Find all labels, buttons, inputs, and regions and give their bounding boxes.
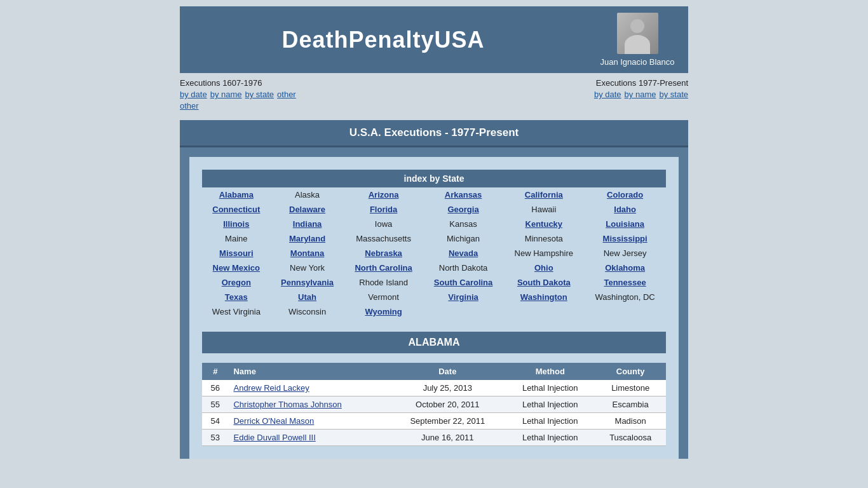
state-cell: Delaware (271, 202, 344, 217)
state-link-pennsylvania[interactable]: Pennsylvania (281, 278, 334, 287)
execution-name-link[interactable]: Derrick O'Neal Mason (233, 416, 314, 426)
state-cell: Washington, DC (584, 290, 666, 304)
state-link-virginia[interactable]: Virginia (448, 292, 478, 302)
cell-method: Lethal Injection (505, 380, 595, 396)
state-link-kentucky[interactable]: Kentucky (526, 219, 563, 229)
cell-date: July 25, 2013 (390, 380, 505, 396)
nav-left-bystate[interactable]: by state (245, 90, 275, 99)
state-cell: Maryland (271, 231, 344, 246)
state-link-florida[interactable]: Florida (370, 205, 397, 214)
state-link-connecticut[interactable]: Connecticut (212, 205, 260, 214)
state-link-ohio[interactable]: Ohio (534, 263, 553, 273)
cell-date: June 16, 2011 (390, 430, 505, 446)
nav-right-links: by date by name by state (594, 90, 688, 99)
cell-num: 56 (202, 380, 228, 396)
cell-method: Lethal Injection (505, 413, 595, 430)
user-block: Juan Ignacio Blanco (587, 6, 688, 73)
table-row: 56Andrew Reid LackeyJuly 25, 2013Lethal … (202, 380, 666, 396)
state-cell: Tennessee (584, 275, 666, 290)
state-cell: Nebraska (344, 246, 423, 261)
state-cell: New Mexico (202, 261, 271, 275)
execution-name-link[interactable]: Andrew Reid Lackey (233, 383, 309, 393)
col-method: Method (505, 363, 595, 380)
state-link-texas[interactable]: Texas (225, 292, 248, 302)
state-cell: Alaska (271, 187, 344, 202)
state-cell: New Hampshire (503, 246, 584, 261)
state-link-mississippi[interactable]: Mississippi (603, 234, 648, 243)
state-cell: Wisconsin (271, 304, 344, 319)
nav-right-byname[interactable]: by name (625, 90, 656, 99)
state-link-montana[interactable]: Montana (290, 248, 324, 258)
state-cell: Minnesota (503, 231, 584, 246)
state-cell: West Virginia (202, 304, 271, 319)
state-link-missouri[interactable]: Missouri (219, 248, 253, 258)
state-cell: Missouri (202, 246, 271, 261)
state-link-colorado[interactable]: Colorado (607, 190, 643, 200)
state-cell: Arizona (344, 187, 423, 202)
state-link-indiana[interactable]: Indiana (293, 219, 322, 229)
state-link-nevada[interactable]: Nevada (449, 248, 478, 258)
state-cell: Connecticut (202, 202, 271, 217)
state-link-south-dakota[interactable]: South Dakota (517, 278, 571, 287)
state-link-illinois[interactable]: Illinois (223, 219, 249, 229)
avatar (617, 13, 658, 54)
state-cell: Georgia (423, 202, 504, 217)
cell-name: Andrew Reid Lackey (228, 380, 390, 396)
state-cell: South Dakota (503, 275, 584, 290)
state-cell: Nevada (423, 246, 504, 261)
state-link-utah[interactable]: Utah (298, 292, 316, 302)
cell-date: September 22, 2011 (390, 413, 505, 430)
state-link-new-mexico[interactable]: New Mexico (213, 263, 260, 273)
cell-name: Eddie Duvall Powell III (228, 430, 390, 446)
state-cell: Kansas (423, 217, 504, 231)
user-name: Juan Ignacio Blanco (600, 57, 674, 67)
table-row: 53Eddie Duvall Powell IIIJune 16, 2011Le… (202, 430, 666, 446)
state-cell: Utah (271, 290, 344, 304)
state-link-idaho[interactable]: Idaho (614, 205, 636, 214)
state-link-arizona[interactable]: Arizona (369, 190, 399, 200)
site-title: DeathPenaltyUSA (281, 27, 484, 53)
state-cell: Michigan (423, 231, 504, 246)
state-link-wyoming[interactable]: Wyoming (365, 307, 402, 316)
state-link-alabama[interactable]: Alabama (219, 190, 254, 200)
nav-left-other2[interactable]: other (180, 101, 199, 111)
state-link-oklahoma[interactable]: Oklahoma (605, 263, 645, 273)
state-link-arkansas[interactable]: Arkansas (445, 190, 482, 200)
state-cell: Colorado (584, 187, 666, 202)
nav-left-byname[interactable]: by name (210, 90, 242, 99)
state-link-washington[interactable]: Washington (520, 292, 567, 302)
state-link-tennessee[interactable]: Tennessee (604, 278, 646, 287)
state-link-louisiana[interactable]: Louisiana (606, 219, 644, 229)
nav-right-bydate[interactable]: by date (594, 90, 621, 99)
state-link-delaware[interactable]: Delaware (289, 205, 325, 214)
content-inner: index by State AlabamaAlaskaArizonaArkan… (189, 157, 679, 459)
cell-county: Madison (595, 413, 666, 430)
nav-left-bydate[interactable]: by date (180, 90, 207, 99)
state-link-north-carolina[interactable]: North Carolina (355, 263, 412, 273)
state-link-maryland[interactable]: Maryland (289, 234, 325, 243)
state-cell: Hawaii (503, 202, 584, 217)
state-cell: Iowa (344, 217, 423, 231)
nav-right-title: Executions 1977-Present (594, 78, 688, 88)
col-name: Name (228, 363, 390, 380)
state-cell: Vermont (344, 290, 423, 304)
state-cell: Kentucky (503, 217, 584, 231)
col-num: # (202, 363, 228, 380)
state-cell (584, 304, 666, 319)
state-link-nebraska[interactable]: Nebraska (365, 248, 402, 258)
nav-right-bystate[interactable]: by state (659, 90, 688, 99)
main-container: U.S.A. Executions - 1977-Present index b… (180, 120, 688, 459)
execution-name-link[interactable]: Christopher Thomas Johnson (233, 400, 341, 409)
cell-num: 53 (202, 430, 228, 446)
state-link-south-carolina[interactable]: South Carolina (434, 278, 492, 287)
state-cell: Illinois (202, 217, 271, 231)
state-link-oregon[interactable]: Oregon (222, 278, 251, 287)
execution-name-link[interactable]: Eddie Duvall Powell III (233, 433, 315, 442)
state-cell: Alabama (202, 187, 271, 202)
state-link-california[interactable]: California (525, 190, 563, 200)
state-cell: Oregon (202, 275, 271, 290)
col-date: Date (390, 363, 505, 380)
nav-left-other1[interactable]: other (277, 90, 296, 99)
state-link-georgia[interactable]: Georgia (447, 205, 478, 214)
cell-num: 54 (202, 413, 228, 430)
